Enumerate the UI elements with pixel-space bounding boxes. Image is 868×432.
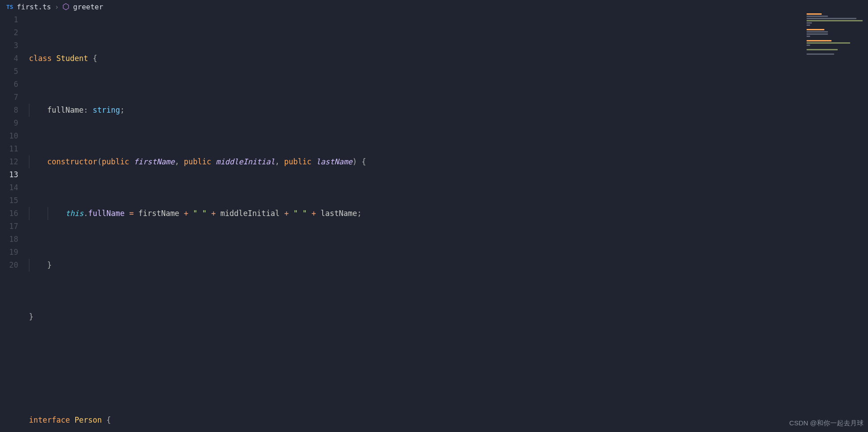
- code-line[interactable]: constructor(public firstName, public mid…: [29, 155, 868, 168]
- line-number[interactable]: 8: [0, 104, 18, 117]
- code-line[interactable]: class Student {: [29, 52, 868, 65]
- line-number[interactable]: 1: [0, 13, 18, 26]
- line-number-gutter: 1 2 3 4 5 6 7 8 9 10 11 12 13 14 15 16 1…: [0, 13, 29, 432]
- breadcrumb-symbol[interactable]: greeter: [73, 0, 103, 13]
- line-number[interactable]: 9: [0, 117, 18, 130]
- code-line[interactable]: }: [29, 259, 868, 272]
- line-number[interactable]: 5: [0, 65, 18, 78]
- line-number[interactable]: 3: [0, 39, 18, 52]
- line-number[interactable]: 6: [0, 78, 18, 91]
- line-number[interactable]: 18: [0, 233, 18, 246]
- line-number[interactable]: 17: [0, 220, 18, 233]
- code-line[interactable]: interface Person {: [29, 414, 868, 427]
- line-number[interactable]: 7: [0, 91, 18, 104]
- breadcrumb[interactable]: TS first.ts › greeter: [0, 0, 868, 13]
- chevron-right-icon: ›: [55, 0, 59, 13]
- line-number[interactable]: 20: [0, 259, 18, 272]
- code-editor[interactable]: 1 2 3 4 5 6 7 8 9 10 11 12 13 14 15 16 1…: [0, 13, 868, 432]
- file-type-badge: TS: [6, 0, 13, 13]
- line-number[interactable]: 2: [0, 26, 18, 39]
- code-area[interactable]: class Student { fullName: string; constr…: [29, 13, 868, 432]
- minimap[interactable]: [807, 13, 864, 49]
- line-number[interactable]: 15: [0, 194, 18, 207]
- code-line[interactable]: this.fullName = firstName + " " + middle…: [29, 207, 868, 220]
- line-number[interactable]: 14: [0, 181, 18, 194]
- line-number[interactable]: 12: [0, 155, 18, 168]
- breadcrumb-file[interactable]: first.ts: [17, 0, 51, 13]
- code-line[interactable]: fullName: string;: [29, 104, 868, 117]
- code-line[interactable]: }: [29, 310, 868, 323]
- code-line[interactable]: [29, 362, 868, 375]
- line-number[interactable]: 13: [0, 168, 18, 181]
- watermark: CSDN @和你一起去月球: [789, 416, 864, 429]
- symbol-method-icon: [62, 3, 69, 10]
- line-number[interactable]: 19: [0, 246, 18, 259]
- line-number[interactable]: 16: [0, 207, 18, 220]
- line-number[interactable]: 11: [0, 143, 18, 155]
- line-number[interactable]: 4: [0, 52, 18, 65]
- line-number[interactable]: 10: [0, 130, 18, 143]
